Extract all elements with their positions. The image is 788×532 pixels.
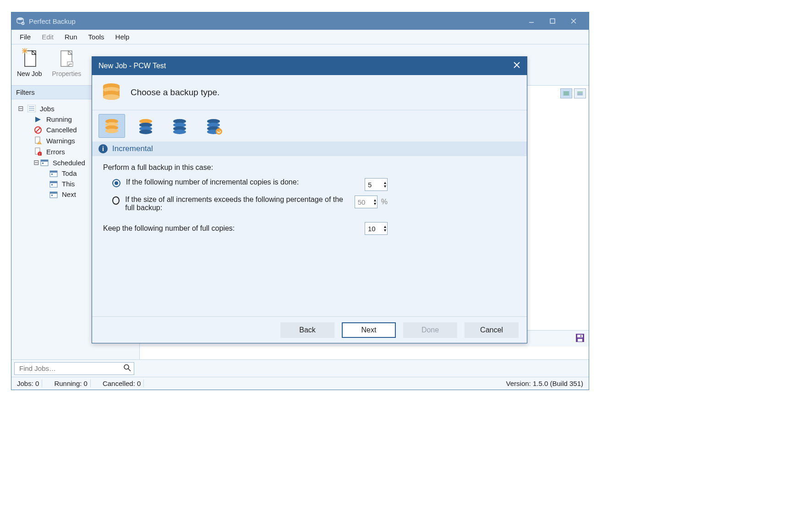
calendar-icon (49, 170, 58, 177)
radio-copies[interactable] (112, 179, 120, 187)
find-jobs-input-wrap (14, 362, 134, 375)
tree-next-label: Next (62, 190, 76, 198)
status-cancelled: Cancelled: 0 (100, 380, 144, 387)
play-icon (33, 116, 43, 123)
keep-copies-row: Keep the following number of full copies… (103, 222, 516, 235)
backup-type-3[interactable] (166, 114, 193, 138)
radio-percentage[interactable] (112, 196, 120, 205)
backup-type-incremental[interactable] (98, 114, 125, 138)
keep-spinbox[interactable]: 10 ▴▾ (365, 222, 388, 235)
radio-copies-row: If the following number of incremental c… (112, 178, 516, 191)
copies-spinbox[interactable]: 5 ▴▾ (365, 178, 388, 191)
svg-point-0 (17, 17, 23, 20)
svg-point-72 (216, 128, 222, 135)
warning-file-icon: ! (33, 136, 43, 145)
dialog-close-button[interactable] (513, 61, 520, 71)
next-button[interactable]: Next (342, 322, 396, 338)
radio-percentage-label: If the size of all increments exceeds th… (125, 195, 349, 212)
view-details-button[interactable] (574, 88, 586, 98)
status-running: Running: 0 (51, 380, 91, 387)
new-job-icon (19, 48, 39, 68)
app-title: Perfect Backup (29, 17, 76, 25)
calendar-icon (40, 159, 49, 166)
tree-running-label: Running (46, 115, 72, 123)
spin-arrows-icon[interactable]: ▴▾ (384, 225, 386, 232)
svg-rect-48 (578, 339, 582, 342)
save-icon[interactable] (575, 333, 585, 344)
collapse-icon[interactable]: ⊟ (33, 158, 39, 167)
svg-rect-37 (51, 195, 53, 196)
tree-warnings-label: Warnings (46, 137, 75, 145)
svg-marker-17 (35, 117, 41, 122)
spin-arrows-icon[interactable]: ▴▾ (384, 181, 386, 188)
svg-rect-33 (50, 181, 57, 183)
menubar: File Edit Run Tools Help (11, 30, 589, 44)
new-job-dialog: New Job - PCW Test Choose a backup type. (92, 56, 527, 343)
findbar (11, 359, 589, 377)
database-icon (100, 81, 122, 103)
status-jobs: Jobs: 0 (14, 380, 42, 387)
done-button[interactable]: Done (403, 322, 457, 338)
calendar-icon (49, 191, 58, 198)
dialog-buttons: Back Next Done Cancel (92, 316, 527, 343)
toolbar-new-job-label: New Job (17, 70, 42, 77)
cancel-icon (33, 126, 43, 134)
keep-label: Keep the following number of full copies… (103, 224, 235, 233)
tree-cancelled-label: Cancelled (46, 126, 77, 134)
dialog-titlebar: New Job - PCW Test (92, 57, 527, 75)
info-icon: i (98, 144, 108, 153)
minimize-button[interactable] (521, 18, 542, 24)
svg-text:!: ! (39, 152, 40, 156)
toolbar-properties[interactable]: Properties (52, 48, 81, 77)
find-jobs-input[interactable] (18, 363, 120, 375)
tree-scheduled-label: Scheduled (53, 159, 85, 167)
menu-edit[interactable]: Edit (36, 31, 59, 43)
dialog-info-label: Incremental (112, 144, 153, 153)
tree-jobs-label: Jobs (40, 105, 55, 113)
svg-rect-3 (550, 19, 555, 23)
backup-type-2[interactable] (132, 114, 159, 138)
svg-point-55 (103, 94, 120, 100)
menu-tools[interactable]: Tools (83, 31, 110, 43)
dialog-info-band: i Incremental (92, 141, 527, 156)
cancel-button[interactable]: Cancel (465, 322, 519, 338)
collapse-icon[interactable]: ⊟ (18, 104, 23, 113)
toolbar-new-job[interactable]: New Job (17, 48, 42, 77)
view-list-button[interactable] (560, 88, 572, 98)
svg-rect-36 (50, 192, 57, 194)
calendar-icon (49, 180, 58, 188)
dialog-body: Perform a full backup in this case: If t… (92, 156, 527, 316)
search-icon[interactable] (124, 364, 131, 373)
svg-line-19 (36, 128, 40, 132)
percentage-spinbox[interactable]: 50 ▴▾ (355, 195, 378, 208)
spin-arrows-icon[interactable]: ▴▾ (374, 198, 376, 206)
close-button[interactable] (563, 18, 584, 24)
maximize-button[interactable] (542, 18, 563, 24)
svg-text:!: ! (39, 141, 40, 145)
menu-run[interactable]: Run (59, 31, 83, 43)
svg-rect-31 (51, 174, 53, 175)
status-version: Version: 1.5.0 (Build 351) (503, 380, 586, 387)
dialog-header-text: Choose a backup type. (131, 87, 219, 98)
properties-icon (56, 48, 77, 68)
back-button[interactable]: Back (280, 322, 334, 338)
radio-percentage-row: If the size of all increments exceeds th… (112, 195, 516, 212)
statusbar: Jobs: 0 Running: 0 Cancelled: 0 Version:… (11, 377, 589, 390)
svg-point-67 (173, 130, 186, 134)
svg-line-51 (128, 369, 131, 371)
svg-point-50 (124, 364, 129, 369)
percentage-value: 50 (358, 198, 366, 206)
dialog-header: Choose a backup type. (92, 75, 527, 110)
dialog-prompt: Perform a full backup in this case: (103, 163, 516, 172)
backup-type-options (92, 110, 527, 141)
app-icon (16, 17, 25, 25)
titlebar: Perfect Backup (11, 12, 589, 30)
menu-file[interactable]: File (14, 31, 36, 43)
svg-rect-47 (577, 335, 583, 337)
tree-this-label: This (62, 180, 75, 188)
menu-help[interactable]: Help (110, 31, 135, 43)
svg-point-59 (105, 129, 118, 133)
svg-rect-34 (51, 184, 53, 185)
backup-type-4[interactable] (200, 114, 227, 138)
dialog-title: New Job - PCW Test (98, 62, 166, 70)
